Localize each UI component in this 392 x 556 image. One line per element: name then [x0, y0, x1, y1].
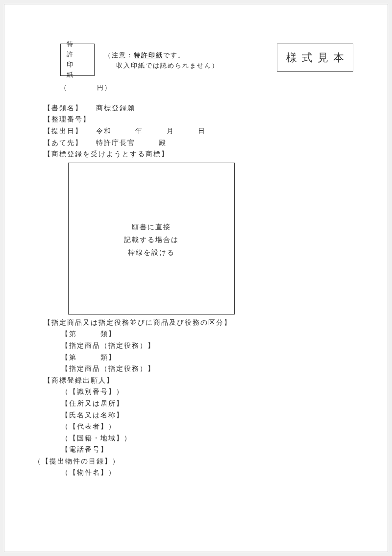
- tm-box-line3: 枠線を設ける: [128, 247, 175, 258]
- goods-label-1: 【指定商品（指定役務）】: [44, 340, 353, 351]
- tm-box-line1: 願書に直接: [132, 222, 171, 233]
- applicant-section-label: 【商標登録出願人】: [44, 375, 353, 386]
- trademark-section-label: 【商標登録を受けようとする商標】: [44, 149, 353, 160]
- submit-date-label: 【提出日】: [44, 126, 94, 137]
- stamp-line1: 特 許: [67, 39, 94, 60]
- goods-label-2: 【指定商品（指定役務）】: [44, 363, 353, 374]
- sample-badge: 様式見本: [277, 44, 353, 72]
- addressee-label: 【あて先】: [44, 138, 94, 148]
- patent-stamp-box: 特 許 印 紙: [60, 44, 95, 76]
- price-line: （ 円）: [60, 83, 353, 93]
- applicant-address: 【住所又は居所】: [44, 398, 353, 409]
- tm-box-line2: 記載する場合は: [124, 235, 179, 245]
- note-text: （注意：特許印紙です。 収入印紙では認められません）: [104, 50, 219, 71]
- doc-name-label: 【書類名】: [44, 103, 94, 114]
- attachments-section-label: （【提出物件の目録】）: [34, 456, 353, 467]
- doc-name-value: 商標登録願: [96, 104, 135, 112]
- stamp-line2: 印 紙: [67, 60, 94, 80]
- goods-section-label: 【指定商品又は指定役務並びに商品及び役務の区分】: [44, 317, 353, 328]
- applicant-name: 【氏名又は名称】: [44, 410, 353, 421]
- trademark-box: 願書に直接 記載する場合は 枠線を設ける: [68, 163, 235, 314]
- attachments-item: （【物件名】）: [44, 467, 353, 478]
- submit-date-value: 令和 年 月 日: [96, 127, 206, 135]
- applicant-rep: （【代表者】）: [44, 421, 353, 432]
- class-label-1: 【第 類】: [44, 329, 353, 339]
- applicant-phone: 【電話番号】: [44, 444, 353, 455]
- addressee-value: 特許庁長官 殿: [96, 139, 167, 146]
- ref-no-line: 【整理番号】: [44, 114, 353, 125]
- doc-name-line: 【書類名】 商標登録願: [44, 103, 353, 114]
- applicant-nationality: （【国籍・地域】）: [44, 433, 353, 444]
- class-label-2: 【第 類】: [44, 352, 353, 363]
- addressee-line: 【あて先】 特許庁長官 殿: [44, 138, 353, 148]
- note-bold: 特許印紙: [134, 51, 163, 59]
- note-prefix: （注意：: [104, 51, 134, 59]
- document-page: 特 許 印 紙 （注意：特許印紙です。 収入印紙では認められません） 様式見本 …: [4, 4, 388, 552]
- submit-date-line: 【提出日】 令和 年 月 日: [44, 126, 353, 137]
- applicant-id-no: （【識別番号】）: [44, 387, 353, 397]
- ref-no-label: 【整理番号】: [44, 116, 91, 123]
- note-line2: 収入印紙では認められません）: [104, 61, 219, 71]
- note-suffix: です。: [163, 51, 185, 59]
- header-row: 特 許 印 紙 （注意：特許印紙です。 収入印紙では認められません） 様式見本: [44, 44, 353, 76]
